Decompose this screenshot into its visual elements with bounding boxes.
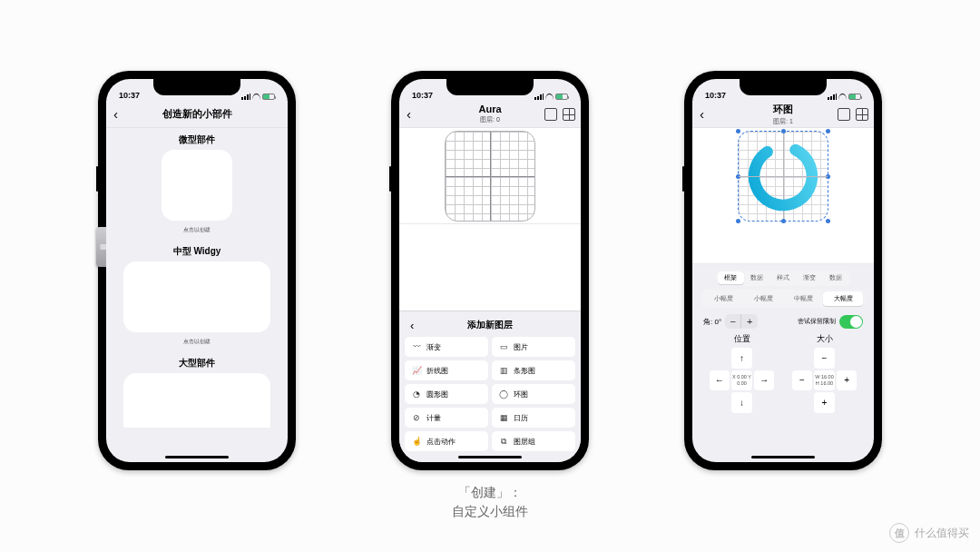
layer-type-icon: ▭ — [499, 342, 508, 351]
arrow-left-icon: ← — [710, 370, 730, 391]
signal-icon — [534, 94, 544, 100]
size-pad[interactable]: − −W 16.00 H 16.00+ + — [792, 348, 858, 413]
layer-option[interactable]: 〰渐变 — [405, 337, 488, 357]
tab-option[interactable]: 框架 — [718, 271, 744, 284]
grid-icon[interactable] — [856, 108, 868, 121]
minus-icon: − — [814, 348, 835, 369]
section-large-title: 大型部件 — [106, 357, 288, 370]
notch — [740, 79, 827, 95]
large-widget-card[interactable] — [123, 373, 270, 428]
plus-icon: + — [814, 392, 835, 413]
svg-point-0 — [745, 138, 821, 214]
layer-option[interactable]: ⧉图层组 — [492, 431, 575, 451]
constrain-toggle[interactable] — [839, 315, 863, 329]
battery-icon — [262, 94, 275, 100]
notch — [446, 79, 534, 95]
ring-icon — [745, 138, 821, 214]
constrain-label: 尝试保留限制 — [798, 317, 836, 326]
angle-stepper[interactable]: −+ — [725, 314, 758, 329]
notch — [153, 79, 240, 95]
grid-icon[interactable] — [563, 108, 575, 121]
layer-type-icon: 〰 — [412, 342, 421, 351]
page-title: 创造新的小部件 — [106, 107, 288, 121]
device-icon[interactable] — [838, 108, 850, 121]
section-medium-title: 中型 Widgy — [106, 245, 288, 258]
size-value: W 16.00 H 16.00 — [814, 370, 835, 391]
phone-create-widget: 10:37 ‹ 创造新的小部件 微型部件 点击以创建 中型 Widgy 点击以创… — [98, 71, 296, 470]
device-icon[interactable] — [544, 108, 557, 121]
layer-label: 图层组 — [514, 437, 535, 447]
layer-type-icon: ⊘ — [412, 413, 421, 422]
signal-icon — [241, 94, 250, 100]
layer-label: 折线图 — [426, 366, 448, 376]
edit-sheet: 框架数据样式渐变数据 小幅度小幅度中幅度大幅度 角: 0° −+ 尝试保留限制 … — [692, 264, 874, 426]
layer-label: 点击动作 — [426, 437, 456, 447]
medium-widget-card[interactable] — [123, 261, 270, 332]
battery-icon — [555, 94, 568, 100]
back-button[interactable]: ‹ — [113, 106, 118, 122]
position-label: 位置 — [703, 333, 780, 345]
position-value: X 0.00 Y 0.00 — [731, 370, 752, 391]
tab-option[interactable]: 样式 — [770, 271, 797, 284]
tab-group-2[interactable]: 小幅度小幅度中幅度大幅度 — [701, 290, 865, 308]
small-widget-card[interactable] — [162, 150, 232, 221]
layer-type-icon: ▦ — [499, 413, 508, 422]
wifi-icon — [838, 94, 847, 100]
battery-icon — [848, 94, 861, 100]
sheet-back[interactable]: ‹ — [410, 319, 414, 332]
layer-option[interactable]: ▭图片 — [492, 337, 575, 357]
layer-option[interactable]: ◯环图 — [492, 384, 575, 404]
navbar: ‹ 环图 图层: 1 — [692, 101, 874, 128]
hint-small: 点击以创建 — [106, 226, 288, 234]
arrow-down-icon: ↓ — [731, 392, 752, 413]
layer-option[interactable]: ◔圆形图 — [405, 384, 488, 404]
phone-ring-edit: 10:37 ‹ 环图 图层: 1 — [684, 71, 882, 470]
size-label: 大小 — [786, 333, 863, 345]
tab-option[interactable]: 中幅度 — [783, 291, 823, 306]
layer-option[interactable]: ▥条形图 — [492, 360, 575, 380]
layer-option[interactable]: ☝点击动作 — [405, 431, 488, 451]
layer-option[interactable]: ⊘计量 — [405, 408, 488, 428]
tab-option[interactable]: 数据 — [744, 271, 770, 284]
layer-label: 渐变 — [426, 342, 441, 352]
canvas[interactable] — [399, 128, 581, 224]
layer-label: 条形图 — [514, 366, 535, 376]
layer-option[interactable]: 📈折线图 — [405, 360, 488, 380]
layer-label: 圆形图 — [426, 389, 448, 399]
tab-group-1[interactable]: 框架数据样式渐变数据 — [716, 270, 850, 286]
minus-icon: − — [792, 370, 813, 391]
back-button[interactable]: ‹ — [700, 106, 704, 122]
back-button[interactable]: ‹ — [407, 106, 411, 122]
wifi-icon — [545, 94, 554, 100]
layer-sheet: ‹ 添加新图层 〰渐变▭图片📈折线图▥条形图◔圆形图◯环图⊘计量▦日历☝点击动作… — [399, 310, 581, 462]
arrow-up-icon: ↑ — [731, 348, 752, 369]
widget-grid[interactable] — [445, 131, 535, 222]
tab-option[interactable]: 大幅度 — [823, 291, 863, 306]
signal-icon — [828, 94, 837, 100]
watermark: 值 什么值得买 — [889, 523, 969, 543]
layer-type-icon: ◯ — [499, 389, 508, 399]
navbar: ‹ Aura 图层: 0 — [399, 101, 581, 128]
layer-option[interactable]: ▦日历 — [492, 408, 575, 428]
layer-label: 图片 — [514, 342, 528, 352]
tab-option[interactable]: 小幅度 — [703, 291, 743, 306]
layer-type-icon: ⧉ — [499, 437, 508, 446]
watermark-badge-icon: 值 — [889, 523, 909, 543]
arrow-right-icon: → — [754, 370, 775, 391]
canvas[interactable] — [692, 128, 874, 264]
selected-layer[interactable] — [738, 131, 828, 222]
tab-option[interactable]: 小幅度 — [743, 291, 783, 306]
angle-label: 角: 0° — [703, 317, 721, 327]
layer-type-icon: ▥ — [499, 366, 508, 375]
wifi-icon — [252, 94, 260, 100]
caption: 「创建」： 自定义小组件 — [452, 483, 528, 521]
tab-option[interactable]: 数据 — [822, 271, 848, 284]
section-small-title: 微型部件 — [106, 133, 288, 146]
status-time: 10:37 — [412, 91, 433, 100]
layer-type-icon: 📈 — [412, 366, 421, 375]
status-time: 10:37 — [705, 91, 726, 100]
position-pad[interactable]: ↑ ←X 0.00 Y 0.00→ ↓ — [710, 348, 775, 413]
layer-type-icon: ◔ — [412, 389, 421, 399]
home-indicator — [751, 456, 815, 459]
tab-option[interactable]: 渐变 — [796, 271, 822, 284]
